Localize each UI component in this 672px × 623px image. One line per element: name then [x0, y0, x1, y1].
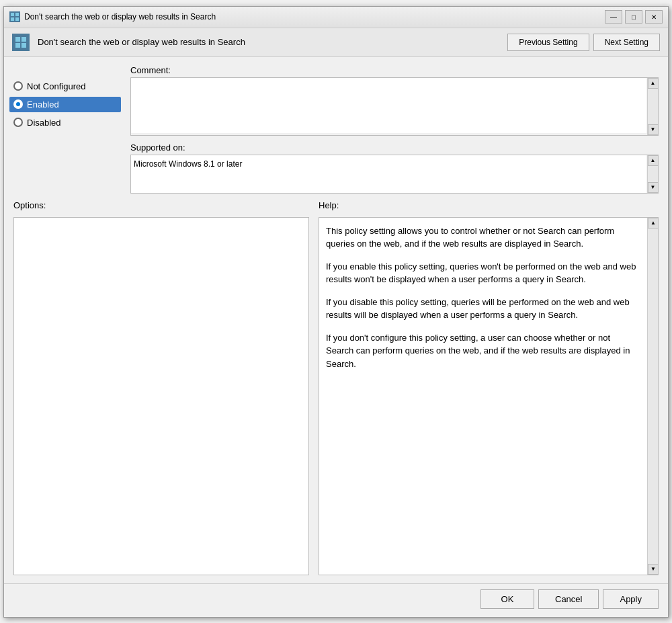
radio-label-disabled: Disabled	[27, 118, 61, 128]
help-scrollbar: ▲ ▼	[647, 218, 658, 575]
radio-circle-not-configured	[13, 81, 23, 91]
svg-rect-4	[15, 37, 20, 42]
apply-button[interactable]: Apply	[603, 589, 659, 609]
ok-button[interactable]: OK	[480, 589, 534, 609]
cancel-button[interactable]: Cancel	[538, 589, 599, 609]
supported-scroll-thumb	[648, 166, 658, 182]
options-label-col: Options:	[13, 200, 309, 210]
supported-scrollbar: ▲ ▼	[647, 155, 658, 193]
radio-circle-disabled	[13, 118, 23, 127]
help-paragraph-2: If you enable this policy setting, queri…	[326, 260, 638, 286]
svg-rect-6	[15, 43, 20, 48]
svg-rect-7	[22, 43, 26, 48]
labels-row: Options: Help:	[13, 200, 659, 210]
radio-disabled[interactable]: Disabled	[13, 118, 121, 128]
minimize-button[interactable]: —	[605, 10, 622, 24]
content-area: Not Configured Enabled Disabled Comment:	[4, 57, 668, 581]
close-button[interactable]: ✕	[645, 10, 663, 24]
title-bar: Don't search the web or display web resu…	[4, 7, 668, 28]
help-label: Help:	[319, 200, 339, 210]
radio-group: Not Configured Enabled Disabled	[13, 65, 121, 194]
window-icon	[9, 11, 20, 22]
comment-scroll-down[interactable]: ▼	[648, 124, 659, 135]
supported-value: Microsoft Windows 8.1 or later	[131, 155, 646, 193]
comment-scroll-thumb	[648, 89, 658, 124]
svg-rect-3	[15, 17, 19, 21]
help-text-area: This policy setting allows you to contro…	[319, 218, 647, 575]
comment-input[interactable]	[131, 78, 646, 133]
comment-box: ▲ ▼	[130, 77, 659, 136]
comment-scroll-up[interactable]: ▲	[648, 78, 659, 89]
svg-rect-2	[11, 17, 14, 21]
help-panel: This policy setting allows you to contro…	[319, 217, 659, 575]
help-scroll-up[interactable]: ▲	[648, 218, 659, 229]
window-title: Don't search the web or display web resu…	[24, 12, 605, 22]
maximize-button[interactable]: □	[625, 10, 642, 24]
help-paragraph-3: If you disable this policy setting, quer…	[326, 296, 638, 322]
main-window: Don't search the web or display web resu…	[3, 6, 669, 618]
top-section: Not Configured Enabled Disabled Comment:	[13, 65, 659, 194]
help-scroll-thumb	[648, 229, 658, 564]
help-paragraph-1: This policy setting allows you to contro…	[326, 224, 638, 251]
footer: OK Cancel Apply	[4, 583, 668, 617]
right-fields: Comment: ▲ ▼ Supported on: Microsof	[130, 65, 659, 194]
svg-rect-5	[22, 37, 26, 42]
header-buttons: Previous Setting Next Setting	[507, 34, 660, 51]
svg-rect-1	[15, 13, 19, 16]
bottom-section: This policy setting allows you to contro…	[13, 217, 659, 575]
supported-field-row: Supported on: Microsoft Windows 8.1 or l…	[130, 142, 659, 194]
previous-setting-button[interactable]: Previous Setting	[507, 34, 589, 51]
options-panel	[13, 217, 309, 575]
comment-field-row: Comment: ▲ ▼	[130, 65, 659, 136]
supported-scroll-down[interactable]: ▼	[648, 182, 659, 193]
supported-scroll-up[interactable]: ▲	[648, 155, 659, 166]
svg-rect-0	[11, 13, 14, 16]
comment-label: Comment:	[130, 65, 659, 75]
options-label: Options:	[13, 200, 46, 210]
radio-enabled[interactable]: Enabled	[9, 97, 121, 112]
help-scroll-down[interactable]: ▼	[648, 564, 659, 575]
header-title: Don't search the web or display web resu…	[38, 37, 499, 47]
radio-label-not-configured: Not Configured	[27, 81, 85, 91]
help-label-col: Help:	[319, 200, 659, 210]
supported-label: Supported on:	[130, 142, 659, 153]
supported-box: Microsoft Windows 8.1 or later ▲ ▼	[130, 155, 659, 194]
comment-scrollbar: ▲ ▼	[647, 78, 658, 135]
next-setting-button[interactable]: Next Setting	[593, 34, 660, 51]
radio-not-configured[interactable]: Not Configured	[13, 81, 121, 91]
radio-label-enabled: Enabled	[27, 99, 59, 110]
header-bar: Don't search the web or display web resu…	[4, 28, 668, 57]
help-paragraph-4: If you don't configure this policy setti…	[326, 331, 638, 371]
radio-circle-enabled	[13, 99, 23, 109]
header-icon	[12, 34, 30, 51]
window-controls: — □ ✕	[605, 10, 663, 24]
